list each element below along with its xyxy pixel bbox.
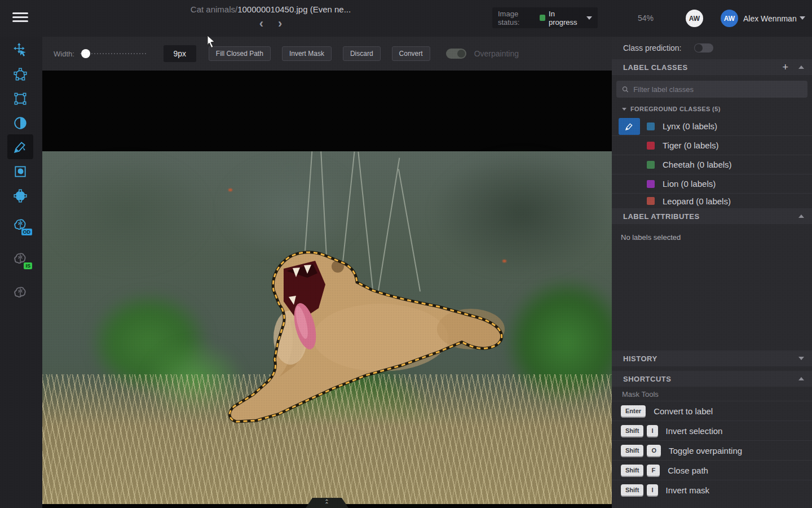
keycap: Shift xyxy=(621,445,643,456)
no-labels-text: No labels selected xyxy=(621,233,681,242)
label-attributes-body: No labels selected xyxy=(612,224,812,351)
user-menu-chevron-icon[interactable] xyxy=(800,16,805,20)
image-status-dropdown[interactable]: Image status: In progress xyxy=(492,7,598,28)
class-prediction-label: Class prediction: xyxy=(623,43,682,52)
shortcut-label: Close path xyxy=(668,466,708,475)
mask-tool-button[interactable] xyxy=(7,159,33,184)
class-row-leopard[interactable]: Leopard (0 labels) xyxy=(612,194,812,208)
shortcuts-title: SHORTCUTS xyxy=(623,375,671,383)
foreground-classes-title: FOREGROUND CLASSES (5) xyxy=(630,106,721,112)
active-brush-class-indicator[interactable] xyxy=(619,118,640,135)
move-icon xyxy=(13,43,28,58)
tool-sidebar: OD IS xyxy=(0,37,42,508)
keycap: Enter xyxy=(621,405,646,417)
photo-lioness[interactable] xyxy=(42,151,612,504)
overpainting-toggle[interactable] xyxy=(446,49,466,59)
shortcut-row: Shift O Toggle overpainting xyxy=(612,440,812,460)
ellipse-tool-button[interactable] xyxy=(7,183,33,208)
keycap: I xyxy=(647,425,657,436)
slider-track xyxy=(80,53,148,54)
model-tool-button[interactable] xyxy=(7,281,33,305)
class-label: Leopard (0 labels) xyxy=(663,196,731,206)
zoom-level: 54% xyxy=(633,14,659,23)
class-color-swatch xyxy=(647,142,655,150)
next-image-button[interactable]: › xyxy=(278,19,282,29)
class-row-lion[interactable]: Lion (0 labels) xyxy=(612,174,812,194)
contrast-icon xyxy=(13,116,28,130)
class-list: Lynx (0 labels) Tiger (0 labels) Cheetah… xyxy=(612,117,812,208)
shortcut-row: Shift I Invert selection xyxy=(612,421,812,440)
keycap: Shift xyxy=(621,465,643,476)
polygon-icon xyxy=(13,67,28,82)
collaborator-avatar[interactable]: AW xyxy=(686,10,703,27)
width-slider[interactable] xyxy=(80,48,148,59)
paint-icon xyxy=(625,122,634,131)
polygon-tool-button[interactable] xyxy=(7,62,33,87)
shortcut-group-title: Mask Tools xyxy=(612,387,812,401)
class-color-swatch xyxy=(647,180,655,188)
class-filter-box[interactable] xyxy=(616,81,807,98)
contrast-tool-button[interactable] xyxy=(7,111,33,135)
collapse-icon[interactable] xyxy=(798,65,804,69)
class-color-swatch xyxy=(647,122,655,130)
chevron-up-icon: ⌃⌃ xyxy=(324,500,329,506)
slider-knob[interactable] xyxy=(81,49,90,58)
prev-image-button[interactable]: ‹ xyxy=(259,19,263,29)
right-panel: Class prediction: LABEL CLASSES + FOREGR… xyxy=(612,37,812,508)
annotation-canvas[interactable]: ⌃⌃ xyxy=(42,71,612,508)
convert-button[interactable]: Convert xyxy=(392,46,430,61)
image-title: Cat animals/100000010450.jpg (Even ne... xyxy=(169,5,372,14)
user-name[interactable]: Alex Wennman xyxy=(743,14,797,23)
discard-button[interactable]: Discard xyxy=(343,46,381,61)
keycap: Shift xyxy=(621,425,643,436)
class-color-swatch xyxy=(647,161,655,169)
instance-segmentation-model-button[interactable]: IS xyxy=(7,247,33,271)
object-detection-model-button[interactable]: OD xyxy=(7,213,33,238)
keycap: I xyxy=(647,484,657,496)
shortcuts-header[interactable]: SHORTCUTS xyxy=(612,371,812,387)
shortcut-label: Convert to label xyxy=(654,406,713,416)
search-icon xyxy=(622,86,629,93)
hamburger-menu-icon[interactable] xyxy=(12,12,28,24)
label-classes-title: LABEL CLASSES xyxy=(623,63,688,72)
label-attributes-title: LABEL ATTRIBUTES xyxy=(623,212,700,221)
invert-mask-button[interactable]: Invert Mask xyxy=(282,46,332,61)
collapse-icon[interactable] xyxy=(798,214,804,218)
bounding-box-tool-button[interactable] xyxy=(7,86,33,111)
foreground-classes-group-header[interactable]: FOREGROUND CLASSES (5) xyxy=(612,102,812,117)
expand-icon[interactable] xyxy=(798,357,804,360)
bounding-box-icon xyxy=(13,91,28,106)
overpainting-label: Overpainting xyxy=(474,49,519,58)
class-row-lynx[interactable]: Lynx (0 labels) xyxy=(612,117,812,136)
shortcut-row: Shift F Close path xyxy=(612,460,812,480)
shortcut-row: Shift I Invert mask xyxy=(612,480,812,500)
chevron-down-icon xyxy=(622,108,626,111)
add-class-button[interactable]: + xyxy=(782,63,788,71)
is-badge: IS xyxy=(24,262,32,269)
class-prediction-row: Class prediction: xyxy=(612,37,812,59)
class-row-cheetah[interactable]: Cheetah (0 labels) xyxy=(612,155,812,174)
label-classes-header[interactable]: LABEL CLASSES + xyxy=(612,59,812,75)
brain-icon xyxy=(12,285,28,301)
class-row-tiger[interactable]: Tiger (0 labels) xyxy=(612,136,812,155)
collapse-icon[interactable] xyxy=(798,377,804,380)
fill-closed-path-button[interactable]: Fill Closed Path xyxy=(209,46,271,61)
dataset-name: Cat animals/ xyxy=(191,5,237,14)
label-attributes-header[interactable]: LABEL ATTRIBUTES xyxy=(612,208,812,224)
shortcut-row: Enter Convert to label xyxy=(612,401,812,421)
chevron-down-icon xyxy=(586,16,592,20)
lioness-selection xyxy=(42,151,612,504)
history-header[interactable]: HISTORY xyxy=(612,351,812,366)
class-prediction-toggle[interactable] xyxy=(694,43,713,52)
move-tool-button[interactable] xyxy=(7,38,33,63)
user-avatar[interactable]: AW xyxy=(721,10,738,27)
keycap: Shift xyxy=(621,484,643,496)
image-status-label: Image status: xyxy=(498,10,536,27)
brush-tool-button[interactable] xyxy=(7,134,33,159)
brush-options-toolbar: Width: 9px Fill Closed Path Invert Mask … xyxy=(42,37,612,71)
history-title: HISTORY xyxy=(623,354,657,363)
class-label: Tiger (0 labels) xyxy=(663,141,718,150)
top-bar: Cat animals/100000010450.jpg (Even ne...… xyxy=(0,0,812,37)
class-filter-input[interactable] xyxy=(633,85,802,94)
class-label: Lion (0 labels) xyxy=(663,179,716,189)
